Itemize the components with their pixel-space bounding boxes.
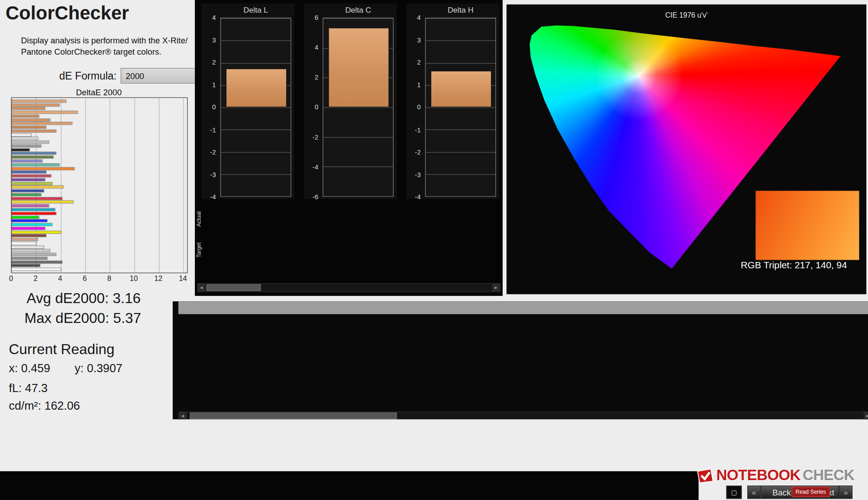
delta-h-bar — [430, 70, 491, 107]
deltae-bar — [12, 149, 29, 151]
y-tick-label: 4 — [417, 14, 420, 22]
deltae2000-chart-title: DeltaE 2000 — [11, 87, 186, 97]
deltae-bar — [12, 197, 62, 200]
y-tick-label: -4 — [415, 193, 421, 201]
avg-de2000-value: Avg dE2000: 3.16 — [27, 290, 141, 307]
table-scrollbar[interactable]: ◄ ► — [178, 411, 868, 419]
gridline — [221, 41, 291, 41]
deltae-bar — [12, 160, 42, 162]
delta-h-y-axis: 43210-1-2-3-4 — [406, 18, 423, 197]
scroll-right-icon[interactable]: ► — [492, 284, 500, 291]
brand-text-check: CHECK — [803, 467, 855, 484]
y-tick-label: 0 — [212, 103, 216, 111]
deltae-bar — [12, 257, 47, 259]
scroll-left-icon[interactable]: ◄ — [179, 412, 187, 419]
deltae-bar — [12, 201, 73, 203]
delta-h-chart: Delta H 43210-1-2-3-4 — [406, 3, 500, 199]
y-tick-label: 2 — [315, 74, 318, 81]
delta-c-plot — [323, 18, 394, 197]
deltae-bar — [12, 261, 62, 263]
deltae-bar — [12, 175, 51, 177]
cie-x-axis — [528, 278, 855, 287]
y-tick-label: 0 — [315, 103, 318, 111]
y-tick-label: -2 — [210, 148, 216, 156]
delta-l-plot — [220, 18, 291, 197]
y-tick-label: -1 — [415, 126, 421, 134]
y-tick-label: -1 — [210, 126, 216, 134]
cie-zoom-overlay-box — [755, 191, 859, 260]
x-tick-label: 2 — [33, 274, 38, 282]
y-tick-label: -6 — [312, 193, 318, 201]
patch-scroll-thumb[interactable] — [207, 284, 261, 291]
gridline — [221, 63, 291, 63]
description-line-2: Pantone ColorChecker® target colors. — [21, 46, 204, 58]
gridline — [221, 196, 291, 197]
deltae-bar — [12, 130, 56, 132]
read-series-tooltip[interactable]: Read Series — [792, 487, 830, 497]
patch-compare-strip: Actual Target ◄ ► — [195, 202, 503, 293]
y-tick-label: 4 — [315, 44, 318, 51]
gridline — [426, 196, 495, 197]
y-tick-label: -4 — [210, 193, 216, 201]
y-tick-label: 0 — [417, 103, 420, 111]
deltae-bar — [12, 100, 66, 102]
y-tick-label: -2 — [312, 133, 318, 141]
gridline — [221, 174, 291, 174]
deltae-bar — [12, 137, 38, 140]
window-icon[interactable]: ▢ — [726, 486, 742, 499]
x-tick-label: 12 — [154, 274, 162, 282]
deltae-bar — [12, 178, 45, 181]
deltae-bar — [12, 193, 41, 196]
gridline — [221, 18, 291, 19]
de-formula-value: 2000 — [121, 71, 200, 80]
deltae-bar — [12, 171, 46, 173]
deltae-bar — [12, 246, 44, 248]
measurement-table: ◄ ► — [173, 301, 868, 419]
deltae-bar — [12, 235, 46, 237]
gridline — [221, 107, 291, 108]
scroll-left-icon[interactable]: ◄ — [198, 284, 205, 291]
deltae2000-x-axis: 02468101214 — [11, 274, 186, 283]
back-chevron-icon[interactable]: « — [747, 486, 760, 499]
colorchecker-page: ColorChecker Display analysis is perform… — [0, 0, 868, 500]
deltae-bar — [12, 212, 56, 215]
cie-plot-area — [528, 22, 855, 276]
gridline — [323, 137, 393, 137]
delta-l-bar — [226, 68, 287, 107]
x-tick-label: 4 — [58, 274, 62, 282]
next-chevron-icon[interactable]: » — [839, 486, 852, 499]
gridline — [426, 63, 495, 63]
y-tick-label: 3 — [212, 36, 216, 44]
deltae-bar — [12, 224, 52, 226]
deltae-bar — [12, 107, 45, 110]
y-tick-label: -3 — [415, 171, 421, 178]
y-tick-label: 2 — [212, 59, 216, 66]
patch-strip-scrollbar[interactable]: ◄ ► — [197, 283, 500, 292]
y-tick-label: 1 — [417, 81, 420, 89]
y-tick-label: -4 — [312, 163, 318, 171]
deltae-bar — [12, 186, 63, 188]
page-title: ColorChecker — [5, 2, 129, 24]
de-formula-label: dE Formula: — [59, 70, 117, 83]
deltae-bar — [12, 152, 56, 154]
deltae-bar — [12, 111, 78, 113]
deltae-bar — [12, 134, 31, 136]
y-tick-label: 1 — [212, 81, 216, 89]
gridline — [426, 41, 495, 41]
target-row-label: Target — [196, 234, 204, 266]
cie-diagram-panel: CIE 1976 u'v' RGB Triplet: 217, 140, 94 — [506, 5, 866, 294]
scroll-right-icon[interactable]: ► — [863, 412, 868, 419]
cie-diagram-title: CIE 1976 u'v' — [506, 11, 866, 19]
patch-scroll-track[interactable] — [205, 284, 492, 291]
x-tick-label: 0 — [9, 274, 13, 282]
table-scroll-track[interactable] — [187, 412, 864, 419]
deltae-bar — [12, 220, 47, 222]
deltae-bar — [12, 182, 52, 185]
deltae-bar — [12, 126, 46, 128]
patch-selector-strip — [0, 471, 698, 500]
deltae-bar — [12, 104, 60, 106]
table-scroll-thumb[interactable] — [190, 412, 397, 419]
current-y-value: y: 0.3907 — [75, 362, 123, 375]
x-tick-label: 14 — [179, 274, 187, 282]
delta-l-chart: Delta L 43210-1-2-3-4 — [202, 3, 295, 199]
